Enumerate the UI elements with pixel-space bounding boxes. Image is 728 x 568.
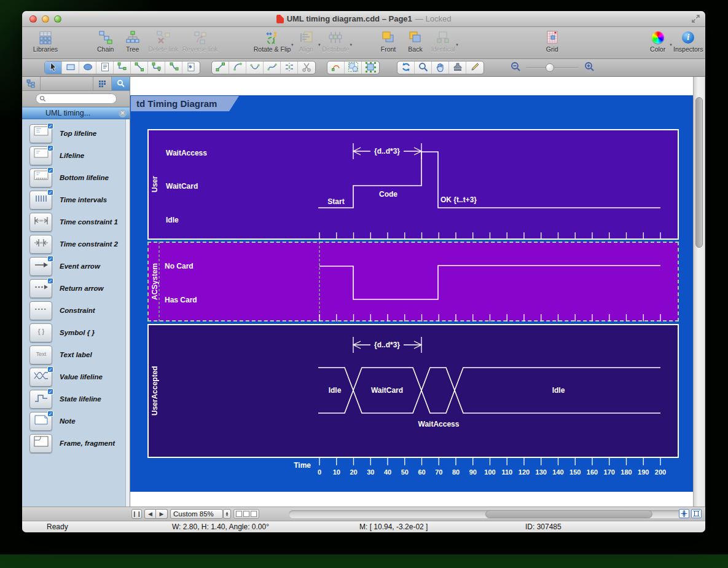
zoom-stepper[interactable]: ▲▼ <box>223 509 231 519</box>
library-scrollbar[interactable] <box>125 119 130 507</box>
page-thumbnails[interactable] <box>233 509 259 519</box>
prev-page-button[interactable]: ◀ <box>144 509 156 519</box>
connector-tree-button[interactable] <box>165 61 182 74</box>
library-item-lifeline[interactable]: ✓Lifeline <box>29 144 130 167</box>
shape-preview-time-constraint-2[interactable] <box>29 235 52 254</box>
library-header[interactable]: UML timing... ✕ <box>22 107 130 119</box>
shape-preview-constraint[interactable] <box>29 301 52 320</box>
page-thumbnail-1[interactable] <box>236 511 242 517</box>
zoom-level-select[interactable]: Custom 85% <box>170 509 223 519</box>
shape-preview-frame-fragment[interactable] <box>29 434 52 453</box>
library-tree-view-button[interactable] <box>22 77 41 90</box>
zoom-slider[interactable] <box>526 67 579 69</box>
shape-preview-time-constraint-1[interactable] <box>29 213 52 232</box>
checked-badge-icon: ✓ <box>47 167 53 173</box>
shape-preview-top-lifeline[interactable]: ✓ <box>29 124 52 143</box>
ellipse-tool-button[interactable] <box>79 61 96 74</box>
shape-preview-return-arrow[interactable]: ✓ <box>29 279 52 298</box>
page-thumbnail-2[interactable] <box>243 511 249 517</box>
rect-tool-button[interactable] <box>62 61 79 74</box>
pause-redraw-button[interactable]: ❙❙ <box>131 509 142 519</box>
zoom-out-icon[interactable] <box>510 61 521 74</box>
horizontal-scrollbar[interactable] <box>289 510 686 518</box>
library-item-time-constraint-1[interactable]: Time constraint 1 <box>29 211 130 233</box>
reshape-union-button[interactable] <box>345 61 362 74</box>
library-item-constraint[interactable]: Constraint <box>29 299 130 321</box>
lane-useraccepted[interactable] <box>147 324 679 458</box>
refresh-tool-button[interactable] <box>397 61 415 74</box>
connector-direct-button[interactable] <box>131 61 148 74</box>
pan-view-icon[interactable] <box>679 509 689 518</box>
shape-preview-text-label[interactable]: Text <box>29 345 52 365</box>
toolbar-chain-button[interactable]: Chain <box>92 29 119 53</box>
library-item-time-constraint-2[interactable]: Time constraint 2 <box>29 233 130 255</box>
horizontal-scrollbar-thumb[interactable] <box>485 510 652 518</box>
shape-preview-symbol[interactable]: { } <box>29 323 52 342</box>
fullscreen-icon[interactable] <box>692 15 700 23</box>
frame-label-tab[interactable]: td Timing Diagram <box>131 96 239 111</box>
disconnect-button[interactable] <box>182 61 200 74</box>
shape-preview-value-lifeline[interactable]: ✓ <box>29 368 52 387</box>
line-tool-button[interactable] <box>212 61 229 74</box>
fit-page-icon[interactable] <box>691 509 702 518</box>
checked-badge-icon: ✓ <box>47 145 53 151</box>
vertical-scrollbar[interactable] <box>693 77 705 507</box>
library-item-top-lifeline[interactable]: ✓Top lifeline <box>29 122 130 144</box>
scissors-tool-button[interactable] <box>298 61 315 74</box>
zoom-slider-thumb[interactable] <box>546 63 554 72</box>
connector-smart-button[interactable] <box>148 61 165 74</box>
zoom-tool-button[interactable] <box>415 61 432 74</box>
connector-right-angle-button[interactable] <box>114 61 131 74</box>
search-input[interactable] <box>46 95 108 103</box>
library-search-view-button[interactable] <box>111 77 130 90</box>
toolbar-libraries-button[interactable]: Libraries <box>31 29 60 53</box>
bezier-tool-button[interactable] <box>264 61 281 74</box>
library-item-time-intervals[interactable]: ✓Time intervals <box>29 189 130 211</box>
vertical-scrollbar-thumb[interactable] <box>695 97 703 248</box>
library-close-icon[interactable]: ✕ <box>119 109 127 117</box>
toolbar-grid-button[interactable]: Grid <box>539 29 566 53</box>
library-item-return-arrow[interactable]: ✓Return arrow <box>29 277 130 299</box>
zoom-in-icon[interactable] <box>584 61 595 74</box>
library-item-event-arrow[interactable]: ✓Event arrow <box>29 255 130 277</box>
library-item-text-label[interactable]: TextText label <box>29 344 130 366</box>
library-item-note[interactable]: ✓Note <box>29 410 130 432</box>
library-item-state-lifeline[interactable]: ✓State lifeline <box>29 388 130 410</box>
page-thumbnail-3[interactable] <box>251 511 257 517</box>
search-field[interactable] <box>36 93 117 104</box>
toolbar-rotate-flip-button[interactable]: Rotate & Flip▾ <box>252 29 293 53</box>
library-item-bottom-lifeline[interactable]: ✓Bottom lifeline <box>29 167 130 189</box>
lane-user[interactable] <box>147 129 679 240</box>
reshape-curve-button[interactable] <box>327 61 345 74</box>
library-grid-view-button[interactable] <box>93 77 111 90</box>
select-button[interactable] <box>45 61 62 74</box>
shape-preview-bottom-lifeline[interactable]: ✓ <box>29 168 52 187</box>
toolbar-front-button[interactable]: Front <box>375 29 402 53</box>
reshape-group-button[interactable] <box>362 61 379 74</box>
shape-preview-event-arrow[interactable]: ✓ <box>29 257 52 276</box>
shape-preview-time-intervals[interactable]: ✓ <box>29 191 52 210</box>
lane-acsystem-selected[interactable] <box>147 242 679 321</box>
stamp-tool-button[interactable] <box>449 61 466 74</box>
library-item-frame-fragment[interactable]: Frame, fragment <box>29 432 130 454</box>
toolbar-tree-button[interactable]: Tree <box>119 29 146 53</box>
shape-preview-note[interactable]: ✓ <box>29 412 52 431</box>
next-page-button[interactable]: ▶ <box>156 509 168 519</box>
shape-preview-state-lifeline[interactable]: ✓ <box>29 390 52 409</box>
toolbar-color-button[interactable]: Color▾ <box>644 29 671 53</box>
text-tool-icon <box>100 61 111 74</box>
curve-tool-button[interactable] <box>246 61 264 74</box>
library-item-value-lifeline[interactable]: ✓Value lifeline <box>29 366 130 388</box>
pen-tool-button[interactable] <box>466 61 483 74</box>
hand-tool-button[interactable] <box>432 61 449 74</box>
library-item-symbol[interactable]: { }Symbol { } <box>29 321 130 344</box>
toolbar-back-button[interactable]: Back <box>402 29 429 53</box>
shape-preview-lifeline[interactable]: ✓ <box>29 146 52 165</box>
divide-tool-button[interactable] <box>281 61 298 74</box>
text-tool-button[interactable] <box>96 61 114 74</box>
inspectors-icon: i <box>680 30 696 45</box>
drawing-canvas[interactable]: td Timing Diagram <box>130 77 693 507</box>
arc-tool-button[interactable] <box>229 61 246 74</box>
toolbar-inspectors-button[interactable]: iInspectors <box>671 29 705 53</box>
toolbar-identical-button: Identical▾ <box>429 29 458 53</box>
